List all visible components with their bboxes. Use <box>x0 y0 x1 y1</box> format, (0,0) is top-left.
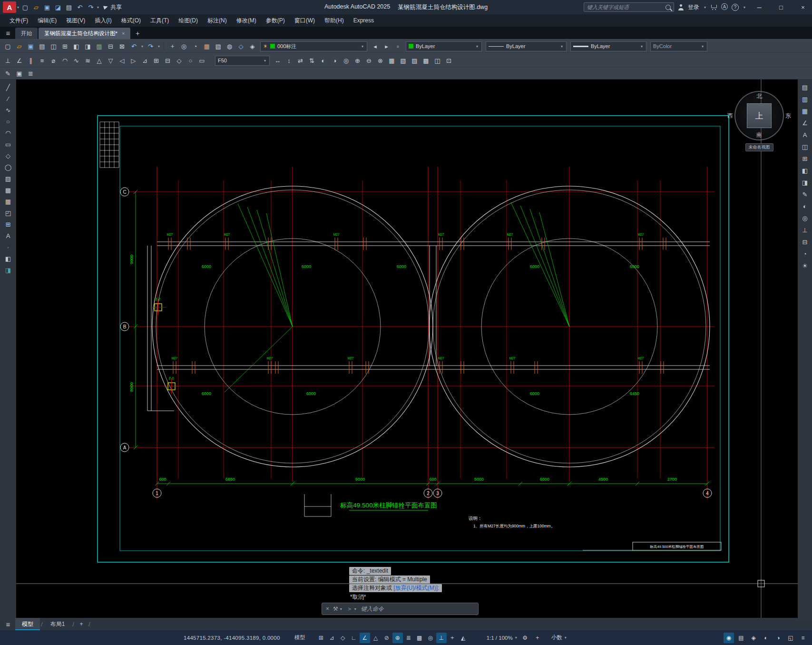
tab-document[interactable]: 某钢筋混凝土筒仓结构设计图* × <box>39 28 130 39</box>
marker-left-icon[interactable]: ◁ <box>117 55 127 66</box>
clean-screen-icon[interactable]: ◱ <box>785 633 796 643</box>
snap-triangle-icon[interactable]: △ <box>94 55 105 66</box>
layer-panel-icon[interactable]: ▦ <box>799 106 811 116</box>
rectangle-icon[interactable]: ▭ <box>196 55 207 66</box>
cart-icon[interactable] <box>711 4 717 10</box>
lighting-panel-icon[interactable]: ☀ <box>799 260 811 271</box>
solid-fill-icon[interactable]: ▩ <box>421 55 431 66</box>
orbit-icon[interactable]: ◔ <box>190 41 201 51</box>
table-tool-icon[interactable]: ⊞ <box>2 219 14 229</box>
marker-right-icon[interactable]: ▷ <box>128 55 139 66</box>
circle-tool-icon[interactable]: ○ <box>2 116 14 127</box>
shade-right-icon[interactable]: ◑ <box>329 55 340 66</box>
point-tool-icon[interactable]: ∙ <box>2 242 14 252</box>
menu-item[interactable]: 插入(I) <box>90 14 116 27</box>
linetype-dropdown-caret[interactable]: ▾ <box>560 44 564 49</box>
help-caret[interactable]: ▾ <box>743 5 746 10</box>
polygon-icon[interactable]: ◇ <box>174 55 185 66</box>
selection-cycling-icon[interactable]: ◎ <box>425 633 436 643</box>
publish-icon[interactable]: ⊞ <box>59 41 70 51</box>
model-space-label[interactable]: 模型 <box>294 634 305 641</box>
open-folder-icon[interactable]: ▱ <box>31 2 41 12</box>
mtext-tool-icon[interactable]: A <box>2 230 14 241</box>
osnap-center-icon[interactable]: ⊕ <box>352 55 363 66</box>
dim-parallel-icon[interactable]: ∥ <box>25 55 36 66</box>
open-folder-icon[interactable]: ▱ <box>14 41 25 51</box>
stretch-v-icon[interactable]: ↕ <box>284 55 294 66</box>
tab-close-icon[interactable]: × <box>122 30 125 36</box>
table-insert-icon[interactable]: ⊞ <box>151 55 162 66</box>
osnap-intersect-icon[interactable]: ⊗ <box>375 55 386 66</box>
match-properties-icon[interactable]: ▥ <box>94 41 105 51</box>
help-icon[interactable]: ? <box>732 4 739 11</box>
multiline-icon[interactable]: ≋ <box>82 55 93 66</box>
new-file-icon[interactable]: ▢ <box>2 41 13 51</box>
rectangle-tool-icon[interactable]: ▭ <box>2 139 14 149</box>
menu-item[interactable]: 视图(V) <box>61 14 90 27</box>
menu-item[interactable]: 帮助(H) <box>320 14 349 27</box>
polar-tracking-icon[interactable]: ∠ <box>360 633 370 643</box>
snap-icon[interactable]: ⊿ <box>327 633 337 643</box>
autocad-logo-button[interactable]: A <box>3 1 16 13</box>
autodesk-access-icon[interactable]: Ⓐ <box>721 3 728 11</box>
menu-item[interactable]: 窗口(W) <box>290 14 320 27</box>
measure-panel-icon[interactable]: ∠ <box>799 118 811 128</box>
annotation-visibility-icon[interactable]: ◭ <box>458 633 469 643</box>
menu-item[interactable]: 绘图(D) <box>174 14 203 27</box>
layer-state-icon[interactable]: ▧ <box>213 41 224 51</box>
compass-east-label[interactable]: 东 <box>785 112 791 120</box>
lineweight-dropdown[interactable]: ByLayer ▾ <box>570 41 646 51</box>
layer-off-icon[interactable]: ◍ <box>224 41 235 51</box>
dim-arc-icon[interactable]: ◠ <box>59 55 70 66</box>
render-panel-icon[interactable]: ◐ <box>799 201 811 211</box>
menu-item[interactable]: 标注(N) <box>203 14 232 27</box>
polygon-tool-icon[interactable]: ◇ <box>2 150 14 161</box>
markup-icon[interactable]: ✎ <box>799 189 811 199</box>
dim-ordinate-icon[interactable]: ≡ <box>37 55 48 66</box>
insert-block-icon[interactable]: ◨ <box>2 265 14 275</box>
undo-icon[interactable]: ↶ <box>128 41 139 51</box>
close-button[interactable]: × <box>794 0 812 14</box>
viewcube-top-face[interactable]: 上 <box>747 103 772 128</box>
new-file-icon[interactable]: ▢ <box>20 2 30 12</box>
layer-freeze-icon[interactable]: ◇ <box>235 41 246 51</box>
viewcube[interactable]: 北 南 西 东 上 未命名视图 <box>724 91 794 151</box>
region-tool-icon[interactable]: ◰ <box>2 208 14 218</box>
lineweight-dropdown-caret[interactable]: ▾ <box>640 44 644 49</box>
new-drawing-tab-button[interactable]: + <box>131 28 144 39</box>
viewcube-view-name[interactable]: 未命名视图 <box>745 143 773 151</box>
group-icon[interactable]: ≣ <box>25 69 36 79</box>
selected-columns[interactable]: Z-2 Z-2 <box>150 298 179 394</box>
menu-item[interactable]: 工具(T) <box>146 14 174 27</box>
edit-attributes-icon[interactable]: ✎ <box>2 69 13 79</box>
menu-item[interactable]: Express <box>349 14 379 27</box>
menu-item[interactable]: 修改(M) <box>232 14 261 27</box>
arc-tool-icon[interactable]: ◠ <box>2 128 14 138</box>
object-snap-tracking-icon[interactable]: ⊘ <box>382 633 392 643</box>
plot-preview-icon[interactable]: ◫ <box>48 41 59 51</box>
annotation-scale-control[interactable]: 1:1 / 100% ▾ <box>487 635 518 641</box>
print-setup-icon[interactable]: ⊠ <box>117 41 127 51</box>
pattern-icon[interactable]: ▨ <box>409 55 420 66</box>
layer-dropdown[interactable]: ☀ 000标注 ▾ <box>260 41 367 51</box>
save-icon[interactable]: ▣ <box>42 2 52 12</box>
properties-panel-icon[interactable]: ▤ <box>799 82 811 92</box>
ellipse-tool-icon[interactable]: ◯ <box>2 162 14 172</box>
annotate-panel-icon[interactable]: A <box>799 129 811 140</box>
annotation-monitor-icon[interactable]: ◉ <box>724 633 734 643</box>
maximize-button[interactable]: □ <box>772 0 790 14</box>
line-tool-icon[interactable]: ╱ <box>2 82 14 92</box>
target-icon[interactable]: ◎ <box>341 55 352 66</box>
menu-item[interactable]: 文件(F) <box>5 14 33 27</box>
color-dropdown-caret[interactable]: ▾ <box>475 44 479 49</box>
infer-constraints-icon[interactable]: ◇ <box>338 633 348 643</box>
design-center-icon[interactable]: ◨ <box>799 177 811 188</box>
drawing-canvas[interactable]: M27 M27 M27 M27 M27 M27 M27 M27 M27 M27 … <box>16 79 798 618</box>
isolate-objects-icon[interactable]: ◐ <box>761 633 771 643</box>
isodraft-icon[interactable]: △ <box>371 633 381 643</box>
zoom-icon[interactable]: ◎ <box>178 41 189 51</box>
gradient-icon[interactable]: ▧ <box>398 55 409 66</box>
command-close-icon[interactable]: × <box>326 605 329 612</box>
view-panel-icon[interactable]: ◎ <box>799 213 811 223</box>
menu-item[interactable]: 格式(O) <box>117 14 146 27</box>
